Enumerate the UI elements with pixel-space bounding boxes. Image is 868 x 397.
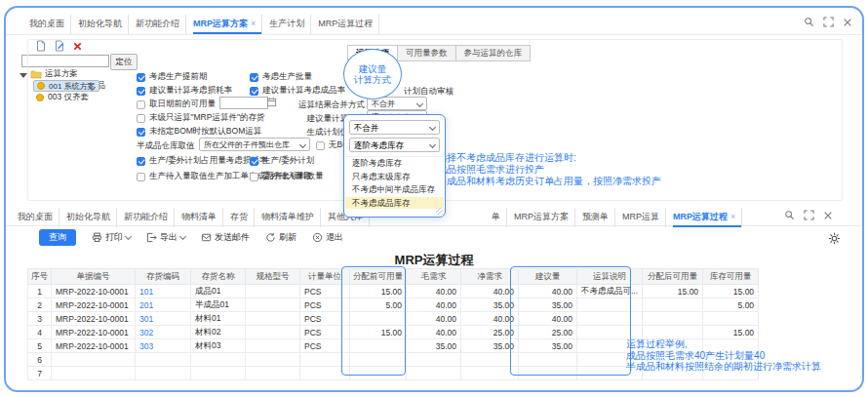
tab[interactable]: MRP运算过程: [318, 15, 379, 34]
tab-label: 新功能介绍: [136, 19, 179, 28]
tree-root[interactable]: 运算方案: [20, 68, 137, 80]
tab-close-icon[interactable]: ×: [251, 19, 256, 28]
resize-grip[interactable]: [436, 208, 443, 215]
chevron-down-icon: [179, 233, 186, 240]
exit-button[interactable]: 退出: [312, 231, 343, 244]
send-mail-label: 发送邮件: [215, 231, 250, 244]
table-cell: [643, 326, 703, 339]
tab[interactable]: 初始化导航: [78, 15, 129, 34]
send-mail-button[interactable]: 发送邮件: [201, 231, 250, 244]
column-header[interactable]: 库存可用量: [703, 269, 759, 285]
column-header[interactable]: 净需求: [461, 269, 519, 285]
column-header[interactable]: 存货名称: [191, 269, 246, 285]
tab[interactable]: MRP运算方案×: [193, 15, 262, 34]
checkbox[interactable]: [137, 73, 145, 82]
delete-icon[interactable]: [72, 41, 83, 52]
tab[interactable]: MRP运算方案: [514, 208, 575, 227]
table-cell: [643, 298, 703, 312]
tab[interactable]: 生产计划: [269, 15, 311, 34]
settings-gear-icon[interactable]: [828, 232, 841, 245]
checkbox[interactable]: [137, 157, 145, 166]
tab[interactable]: MRP运算过程×: [673, 208, 742, 227]
tab[interactable]: 我的桌面: [29, 15, 71, 34]
tab[interactable]: MRP运算: [622, 208, 666, 227]
query-button[interactable]: 查询: [39, 229, 76, 246]
table-cell: 40.00: [461, 312, 519, 326]
checkbox[interactable]: [137, 87, 145, 96]
column-header[interactable]: 建议量: [519, 269, 577, 285]
checkbox[interactable]: [137, 173, 145, 181]
refresh-button[interactable]: 刷新: [265, 231, 296, 244]
tree-items: 001 系统方案002 不考虑成品003 仅齐套: [20, 80, 137, 103]
tab[interactable]: 新功能介绍: [124, 208, 175, 227]
annotation-line: 半成品和材料按照结余的期初进行净需求计算: [626, 361, 821, 373]
tab-label: 初始化导航: [78, 19, 122, 28]
top-tabbar-divider: [6, 34, 862, 35]
table-cell: 25.00: [519, 326, 577, 339]
column-header[interactable]: 毛需求: [407, 269, 461, 285]
checkbox[interactable]: [250, 73, 258, 82]
edit-document-icon[interactable]: [54, 40, 65, 52]
table-cell: [300, 353, 350, 367]
export-icon: [146, 232, 157, 243]
search-icon[interactable]: [804, 17, 814, 27]
table-cell: [246, 312, 300, 326]
print-label: 打印: [105, 231, 123, 244]
merge-mode-callout-select[interactable]: 不合并: [349, 120, 440, 135]
dropdown-option[interactable]: 只考虑末级库存: [345, 171, 444, 184]
checkbox[interactable]: [250, 157, 258, 166]
dropdown-option[interactable]: 逐阶考虑库存: [345, 157, 444, 171]
table-row[interactable]: 3MRP-2022-10-0001301材料01PCS40.0040.0040.…: [28, 312, 759, 326]
export-button[interactable]: 导出: [146, 231, 185, 244]
print-button[interactable]: 打印: [92, 231, 131, 244]
column-header[interactable]: 分配后可用量: [643, 269, 703, 285]
checkbox[interactable]: [316, 141, 325, 150]
column-header[interactable]: 规格型号: [246, 269, 300, 285]
checkbox[interactable]: [250, 87, 258, 96]
close-icon[interactable]: [843, 18, 852, 27]
checkbox[interactable]: [137, 100, 145, 109]
tab[interactable]: 物料清单: [181, 208, 223, 227]
tab-label: MRP运算方案: [514, 212, 569, 221]
table-row[interactable]: 1MRP-2022-10-0001101成品01PCS15.0040.0040.…: [28, 285, 759, 298]
option-row: 未指定BOM时按默认BOM运算: [137, 126, 261, 138]
tree-item[interactable]: 003 仅齐套: [33, 92, 137, 103]
tab[interactable]: 存货: [230, 208, 255, 227]
tab[interactable]: 初始化导航: [66, 208, 117, 227]
table-cell: 成品01: [191, 285, 246, 298]
tree-item-label: 003 仅齐套: [48, 92, 89, 103]
tab[interactable]: 单: [492, 208, 507, 227]
bottom-window-controls: [784, 210, 833, 220]
column-header[interactable]: 序号: [28, 269, 52, 285]
column-header[interactable]: 运算说明: [577, 269, 643, 285]
tab[interactable]: 物料清单维护: [261, 208, 321, 227]
checkbox[interactable]: [250, 173, 258, 181]
column-header[interactable]: 存货编码: [136, 269, 191, 285]
table-cell: [703, 312, 759, 326]
tab[interactable]: 新功能介绍: [136, 15, 186, 34]
search-icon[interactable]: [784, 210, 795, 220]
dropdown-option[interactable]: 不考虑成品库存: [345, 197, 444, 210]
fullscreen-icon[interactable]: [823, 17, 834, 27]
close-icon[interactable]: [823, 211, 833, 220]
table-row[interactable]: 4MRP-2022-10-0001302材料02PCS15.0040.0025.…: [28, 326, 759, 339]
tab[interactable]: 我的桌面: [18, 208, 59, 227]
column-header[interactable]: 单据编号: [52, 269, 136, 285]
new-document-icon[interactable]: [35, 40, 47, 52]
tree-item[interactable]: 001 系统方案: [33, 80, 99, 92]
checkbox[interactable]: [137, 114, 145, 123]
suggest-mode-callout-select[interactable]: 逐阶考虑库存: [349, 138, 440, 152]
fullscreen-icon[interactable]: [804, 210, 814, 220]
tree-search-input[interactable]: [21, 55, 109, 67]
scheme-toolbar: [35, 40, 83, 52]
semi-warehouse-select[interactable]: 所在父件的子件预出仓库: [199, 138, 310, 151]
subtab[interactable]: 参与运算的仓库: [456, 45, 532, 61]
tab[interactable]: 预测单: [582, 208, 615, 227]
subtab[interactable]: 可用量参数: [398, 45, 456, 61]
tab-close-icon[interactable]: ×: [730, 212, 735, 221]
dropdown-option[interactable]: 不考虑中间半成品库存: [345, 183, 444, 197]
table-row[interactable]: 2MRP-2022-10-0001201半成品01PCS5.0040.0035.…: [28, 298, 759, 312]
checkbox[interactable]: [137, 128, 145, 137]
column-header[interactable]: 分配前可用量: [350, 269, 407, 285]
column-header[interactable]: 计量单位: [300, 269, 350, 285]
